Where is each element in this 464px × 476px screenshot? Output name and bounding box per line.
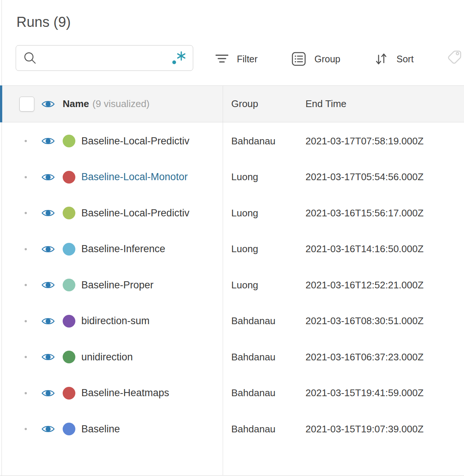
search-icon	[23, 51, 37, 65]
column-header-group[interactable]: Group	[223, 98, 297, 110]
run-name-cell: unidirection	[0, 339, 223, 375]
run-name-link[interactable]: Baseline-Local-Predictiv	[81, 135, 189, 147]
run-end-time-cell: 2021-03-16T06:37:23.000Z	[297, 351, 464, 363]
table-row: Baseline-Heatmaps Bahdanau 2021-03-15T19…	[0, 375, 464, 411]
drag-handle[interactable]	[25, 428, 27, 430]
run-name-link[interactable]: Baseline-Inference	[81, 243, 165, 255]
run-end-time-cell: 2021-03-17T07:58:19.000Z	[297, 135, 464, 147]
table-row: bidirection-sum Bahdanau 2021-03-16T08:3…	[0, 303, 464, 339]
table-row: Baseline-Local-Monotor Luong 2021-03-17T…	[0, 159, 464, 195]
sort-icon	[374, 51, 388, 66]
run-color-dot[interactable]	[63, 315, 75, 328]
run-group-cell: Bahdanau	[223, 351, 297, 363]
eye-visibility-icon[interactable]	[41, 136, 55, 146]
drag-handle[interactable]	[25, 212, 27, 214]
drag-handle[interactable]	[25, 284, 27, 286]
column-header-end-time[interactable]: End Time	[297, 98, 464, 110]
eye-visibility-icon[interactable]	[41, 172, 55, 182]
drag-handle[interactable]	[25, 356, 27, 358]
run-group-cell: Bahdanau	[223, 423, 297, 435]
run-group-cell: Bahdanau	[223, 135, 297, 147]
run-group-cell: Bahdanau	[223, 315, 297, 327]
header-name-cell: Name (9 visualized)	[0, 86, 223, 122]
run-end-time-cell: 2021-03-16T14:16:50.000Z	[297, 243, 464, 255]
run-group-cell: Luong	[223, 243, 297, 255]
run-color-dot[interactable]	[63, 135, 75, 147]
run-end-time-cell: 2021-03-16T08:30:51.000Z	[297, 315, 464, 327]
eye-visibility-icon[interactable]	[41, 244, 55, 254]
run-name-cell: Baseline-Proper	[0, 267, 223, 303]
run-group-cell: Bahdanau	[223, 387, 297, 399]
table-row: Baseline-Inference Luong 2021-03-16T14:1…	[0, 231, 464, 267]
run-name-link[interactable]: Baseline-Local-Predictiv	[81, 207, 189, 219]
run-color-dot[interactable]	[63, 423, 75, 435]
run-color-dot[interactable]	[63, 171, 75, 184]
run-name-link[interactable]: bidirection-sum	[81, 315, 150, 327]
filter-button[interactable]: Filter	[216, 51, 258, 67]
run-end-time-cell: 2021-03-16T12:52:21.000Z	[297, 279, 464, 291]
sort-label: Sort	[396, 54, 414, 65]
run-name-link[interactable]: unidirection	[81, 351, 133, 363]
run-color-dot[interactable]	[63, 207, 75, 219]
filter-label: Filter	[237, 54, 258, 65]
group-label: Group	[314, 54, 340, 65]
run-end-time-cell: 2021-03-15T19:07:39.000Z	[297, 423, 464, 435]
column-header-name[interactable]: Name	[63, 98, 89, 110]
run-name-cell: Baseline-Local-Predictiv	[0, 195, 223, 231]
eye-visibility-icon[interactable]	[41, 388, 55, 398]
group-button[interactable]: Group	[292, 51, 340, 67]
run-name-cell: bidirection-sum	[0, 303, 223, 339]
table-row: Baseline-Local-Predictiv Bahdanau 2021-0…	[0, 123, 464, 159]
eye-visibility-icon[interactable]	[41, 280, 55, 290]
table-row: unidirection Bahdanau 2021-03-16T06:37:2…	[0, 339, 464, 375]
run-name-cell: Baseline-Local-Predictiv	[0, 123, 223, 159]
run-group-cell: Luong	[223, 207, 297, 219]
visualized-count: (9 visualized)	[93, 98, 150, 110]
run-group-cell: Luong	[223, 279, 297, 291]
run-name-cell: Baseline-Local-Monotor	[0, 159, 223, 195]
run-name-link[interactable]: Baseline-Local-Monotor	[81, 171, 188, 183]
search-box	[16, 45, 193, 71]
regex-toggle-icon[interactable]	[170, 50, 188, 67]
eye-visibility-icon[interactable]	[41, 352, 55, 362]
eye-visibility-icon[interactable]	[41, 424, 55, 434]
search-input[interactable]	[37, 46, 170, 71]
run-color-dot[interactable]	[63, 351, 75, 363]
table-body: Baseline-Local-Predictiv Bahdanau 2021-0…	[0, 123, 464, 447]
run-name-cell: Baseline-Heatmaps	[0, 375, 223, 411]
drag-handle[interactable]	[25, 176, 27, 178]
table-row: Baseline-Local-Predictiv Luong 2021-03-1…	[0, 195, 464, 231]
eye-visibility-icon[interactable]	[41, 316, 55, 326]
run-color-dot[interactable]	[63, 279, 75, 291]
table-row: Baseline-Proper Luong 2021-03-16T12:52:2…	[0, 267, 464, 303]
filter-icon	[216, 54, 228, 64]
run-name-link[interactable]: Baseline-Proper	[81, 279, 154, 291]
group-icon	[292, 52, 306, 66]
run-group-cell: Luong	[223, 171, 297, 183]
page-title: Runs (9)	[16, 14, 71, 30]
run-color-dot[interactable]	[63, 243, 75, 256]
visibility-all-eye-icon[interactable]	[41, 99, 55, 109]
run-name-link[interactable]: Baseline	[81, 423, 120, 435]
panel-bottom-border	[0, 475, 464, 476]
sort-button[interactable]: Sort	[374, 51, 414, 67]
run-name-link[interactable]: Baseline-Heatmaps	[81, 387, 169, 399]
run-end-time-cell: 2021-03-15T19:41:59.000Z	[297, 387, 464, 399]
drag-handle[interactable]	[25, 320, 27, 322]
table-row: Baseline Bahdanau 2021-03-15T19:07:39.00…	[0, 411, 464, 447]
eye-visibility-icon[interactable]	[41, 208, 55, 218]
run-end-time-cell: 2021-03-17T05:54:56.000Z	[297, 171, 464, 183]
run-color-dot[interactable]	[63, 387, 75, 400]
drag-handle[interactable]	[25, 392, 27, 394]
drag-handle[interactable]	[25, 140, 27, 142]
drag-handle[interactable]	[25, 248, 27, 250]
runs-panel: Runs (9) Filter	[0, 0, 464, 476]
scroll-indicator	[0, 85, 2, 122]
table-header: Name (9 visualized) Group End Time	[0, 85, 464, 122]
select-all-checkbox[interactable]	[19, 97, 34, 112]
run-end-time-cell: 2021-03-16T15:56:17.000Z	[297, 207, 464, 219]
tag-icon	[446, 48, 464, 66]
run-name-cell: Baseline-Inference	[0, 231, 223, 267]
tags-button[interactable]	[446, 48, 464, 68]
run-name-cell: Baseline	[0, 411, 223, 447]
